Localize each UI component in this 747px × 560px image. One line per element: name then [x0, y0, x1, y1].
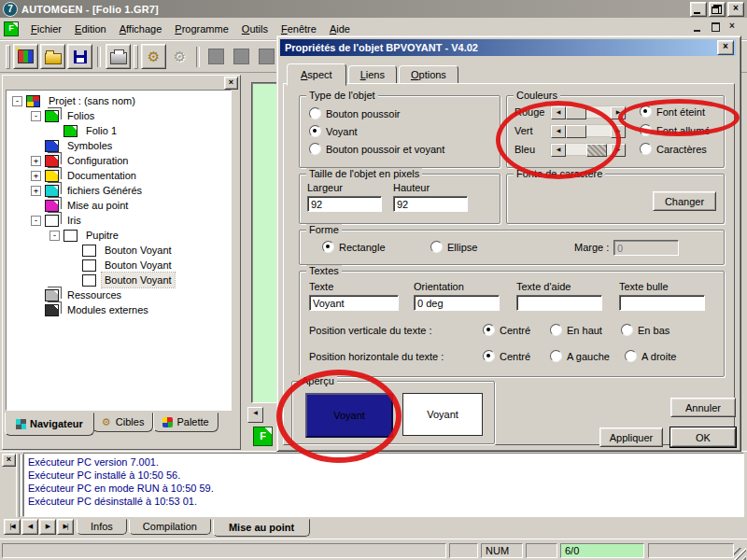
toolbar-grip-2[interactable]: [134, 45, 138, 69]
tree-item-bouton-voyant-1[interactable]: Bouton Voyant: [102, 243, 175, 258]
tree-expander[interactable]: -: [49, 231, 60, 241]
folio-f-icon[interactable]: F: [253, 427, 273, 446]
tab-infos[interactable]: Infos: [77, 519, 127, 535]
log-output[interactable]: Exécuteur PC version 7.001. Exécuteur PC…: [23, 453, 744, 517]
tree-item-folio-1[interactable]: Folio 1: [83, 123, 120, 138]
radio-en-haut[interactable]: [550, 324, 562, 336]
menu-item-programme[interactable]: Programme: [168, 21, 234, 36]
log-line: Exécuteur PC version 7.001.: [28, 455, 740, 469]
menu-item-outils[interactable]: Outils: [235, 21, 275, 36]
tree-item-folios[interactable]: Folios: [64, 108, 97, 123]
tab-mise-au-point[interactable]: Mise au point: [213, 519, 310, 537]
new-document-button[interactable]: [13, 44, 38, 69]
tree-item-bouton-voyant-3-selected[interactable]: Bouton Voyant: [102, 273, 175, 287]
orientation-input[interactable]: [414, 295, 500, 311]
radio-a-gauche[interactable]: [550, 350, 562, 362]
radio-v-centre[interactable]: [483, 324, 495, 336]
menu-item-affichage[interactable]: Affichage: [113, 21, 169, 36]
radio-bouton-poussoir-et-voyant[interactable]: [309, 143, 321, 155]
palette-icon: [162, 417, 173, 427]
compile-button[interactable]: ⚙: [141, 44, 166, 69]
tree-item-projet[interactable]: Projet : (sans nom): [46, 93, 138, 108]
tree-item-symboles[interactable]: Symboles: [64, 138, 115, 153]
tree-item-documentation[interactable]: Documentation: [64, 168, 139, 183]
hauteur-label: Hauteur: [393, 182, 430, 193]
texte-aide-input[interactable]: [516, 295, 602, 311]
tree-item-mise-au-point[interactable]: Mise au point: [64, 198, 131, 213]
save-button[interactable]: [67, 44, 92, 69]
open-button[interactable]: [40, 44, 65, 69]
forme-legend: Forme: [306, 224, 342, 235]
radio-a-droite[interactable]: [625, 350, 637, 362]
radio-bouton-poussoir[interactable]: [309, 107, 321, 119]
radio-rectangle[interactable]: [322, 241, 334, 253]
scroll-track[interactable]: [263, 407, 274, 421]
close-button[interactable]: ×: [727, 2, 744, 17]
last-tab-button[interactable]: ▶|: [57, 519, 74, 535]
preview-voyant-allume[interactable]: Voyant: [402, 393, 483, 436]
tree-expander[interactable]: -: [31, 216, 41, 226]
folio-hscrollbar[interactable]: ◀: [247, 407, 274, 421]
print-button[interactable]: [106, 44, 131, 69]
title-bar[interactable]: 7 AUTOMGEN - [Folio 1.GR7] ×: [0, 0, 747, 18]
tree-expander[interactable]: +: [31, 171, 41, 181]
resize-grip[interactable]: [734, 548, 746, 560]
tree-expander[interactable]: +: [31, 186, 41, 196]
radio-h-centre[interactable]: [483, 350, 495, 362]
largeur-input[interactable]: [307, 196, 382, 212]
couleurs-legend: Couleurs: [514, 90, 560, 101]
tab-options[interactable]: Options: [399, 65, 458, 84]
hauteur-input[interactable]: [393, 196, 468, 212]
texte-input[interactable]: [309, 295, 399, 311]
restore-button[interactable]: [709, 2, 726, 17]
tree-item-fichiers-generes[interactable]: fichiers Générés: [64, 183, 145, 198]
annotation-ellipse-color-sliders: [496, 101, 621, 179]
menu-item-fichier[interactable]: Fichier: [24, 21, 68, 36]
menu-item-fenetre[interactable]: Fenêtre: [275, 21, 323, 36]
radio-ellipse[interactable]: [430, 241, 443, 253]
tab-aspect[interactable]: Aspect: [287, 63, 346, 86]
annuler-button[interactable]: Annuler: [670, 398, 736, 417]
radio-voyant[interactable]: [309, 125, 321, 137]
dialog-title: Propriétés de l'objet BPVOYANT - V4.02: [285, 42, 717, 53]
radio-caracteres[interactable]: [640, 143, 652, 155]
child-minimize-button[interactable]: [691, 21, 706, 34]
texte-label: Texte: [309, 281, 333, 292]
radio-en-bas[interactable]: [621, 324, 633, 336]
tree-item-iris[interactable]: Iris: [64, 213, 84, 228]
menu-item-edition[interactable]: Edition: [68, 21, 113, 36]
panel-close-button[interactable]: ×: [224, 77, 238, 90]
dialog-tabs: Aspect Liens Options: [287, 62, 460, 84]
ok-button[interactable]: OK: [670, 427, 736, 447]
dialog-close-button[interactable]: ×: [717, 40, 734, 55]
first-tab-button[interactable]: |◀: [4, 519, 21, 535]
next-tab-button[interactable]: ▶: [39, 519, 56, 535]
folio-document-icon[interactable]: F: [4, 21, 19, 36]
menu-item-aide[interactable]: Aide: [323, 21, 357, 36]
tree-item-pupitre[interactable]: Pupitre: [83, 228, 121, 243]
scroll-left-icon[interactable]: ◀: [247, 407, 263, 423]
tree-expander[interactable]: -: [31, 111, 41, 121]
texte-bulle-input[interactable]: [619, 295, 705, 311]
tree-expander[interactable]: -: [12, 96, 22, 106]
prev-tab-button[interactable]: ◀: [21, 519, 38, 535]
tree-item-configuration[interactable]: Configuration: [64, 153, 131, 168]
tab-cibles[interactable]: ⚙Cibles: [92, 413, 154, 432]
tab-navigateur[interactable]: Navigateur: [5, 413, 94, 436]
child-restore-button[interactable]: [708, 21, 723, 34]
child-close-button[interactable]: ×: [725, 21, 740, 34]
message-panel-close-button[interactable]: ×: [2, 454, 16, 467]
appliquer-button[interactable]: Appliquer: [599, 427, 663, 447]
tree-item-modules-externes[interactable]: Modules externes: [64, 302, 151, 317]
changer-button[interactable]: Changer: [653, 191, 716, 211]
toolbar-grip[interactable]: [6, 45, 10, 69]
message-panel-grip[interactable]: [16, 454, 20, 517]
tab-compilation[interactable]: Compilation: [129, 519, 211, 535]
dialog-title-bar[interactable]: Propriétés de l'objet BPVOYANT - V4.02 ×: [280, 39, 736, 56]
tab-palette[interactable]: Palette: [153, 413, 218, 432]
tree-item-bouton-voyant-2[interactable]: Bouton Voyant: [102, 258, 175, 273]
tree-expander[interactable]: +: [31, 156, 41, 166]
minimize-button[interactable]: [690, 2, 707, 17]
tab-liens[interactable]: Liens: [348, 65, 397, 84]
tree-item-ressources[interactable]: Ressources: [64, 287, 124, 302]
